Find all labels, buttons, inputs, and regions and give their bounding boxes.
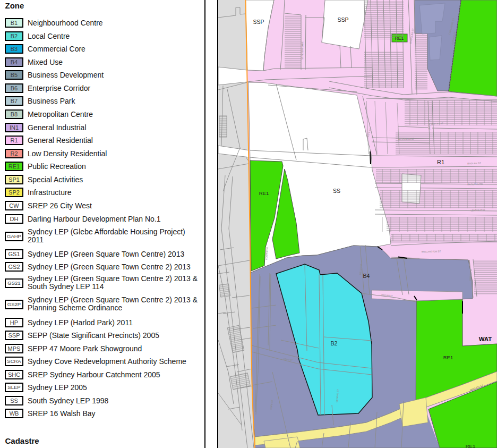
svg-text:B2: B2	[331, 340, 338, 346]
svg-text:RAGLAN ST: RAGLAN ST	[467, 162, 481, 165]
svg-text:WELLINGTON ST: WELLINGTON ST	[422, 250, 441, 253]
svg-text:SSP: SSP	[253, 19, 264, 25]
svg-text:RE1: RE1	[443, 354, 453, 360]
svg-text:R1: R1	[437, 159, 444, 165]
svg-text:B4: B4	[363, 273, 370, 279]
svg-text:UNION ST: UNION ST	[428, 120, 431, 130]
svg-text:RE1: RE1	[466, 443, 475, 448]
svg-text:LENTON POR: LENTON POR	[470, 209, 485, 212]
svg-text:ST PETERS LANE: ST PETERS LANE	[301, 41, 304, 60]
svg-text:VESCEY ST: VESCEY ST	[431, 122, 443, 125]
svg-text:WIGRAM LANE: WIGRAM LANE	[398, 138, 414, 141]
svg-text:RAGLAN LANE: RAGLAN LANE	[467, 182, 483, 185]
svg-text:RE1: RE1	[395, 36, 404, 41]
svg-text:WAT: WAT	[479, 336, 492, 342]
svg-text:SS: SS	[333, 188, 340, 194]
svg-text:RE1: RE1	[259, 190, 269, 196]
svg-text:SSP: SSP	[337, 16, 348, 23]
